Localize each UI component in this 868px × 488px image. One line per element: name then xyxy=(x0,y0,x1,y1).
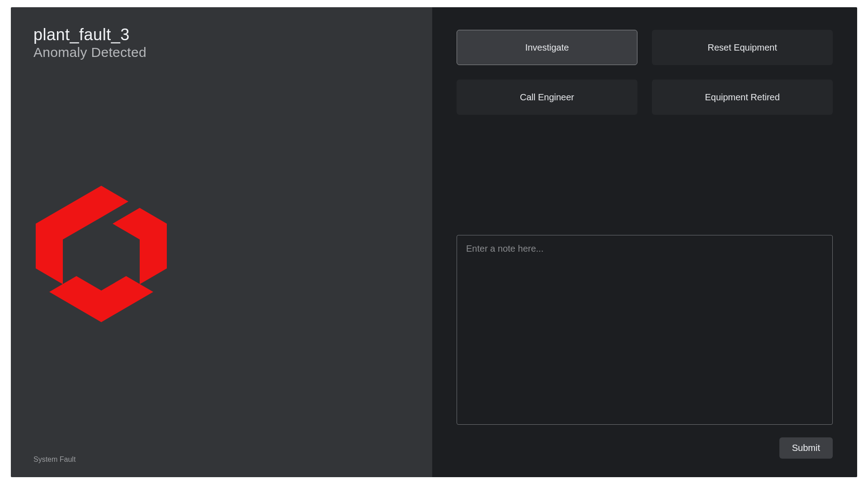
note-input[interactable] xyxy=(457,235,833,425)
fault-logo-icon xyxy=(33,183,169,334)
fault-subtitle: Anomaly Detected xyxy=(33,45,410,60)
action-panel: Investigate Reset Equipment Call Enginee… xyxy=(432,7,857,477)
action-grid: Investigate Reset Equipment Call Enginee… xyxy=(457,30,833,115)
investigate-button[interactable]: Investigate xyxy=(457,30,637,65)
footer-label: System Fault xyxy=(33,455,75,464)
submit-row: Submit xyxy=(457,437,833,459)
fault-dialog: plant_fault_3 Anomaly Detected System Fa… xyxy=(11,7,857,477)
reset-equipment-button[interactable]: Reset Equipment xyxy=(652,30,833,65)
call-engineer-button[interactable]: Call Engineer xyxy=(457,80,637,115)
equipment-retired-button[interactable]: Equipment Retired xyxy=(652,80,833,115)
submit-button[interactable]: Submit xyxy=(779,437,833,459)
info-panel: plant_fault_3 Anomaly Detected System Fa… xyxy=(11,7,432,477)
fault-title: plant_fault_3 xyxy=(33,25,410,44)
